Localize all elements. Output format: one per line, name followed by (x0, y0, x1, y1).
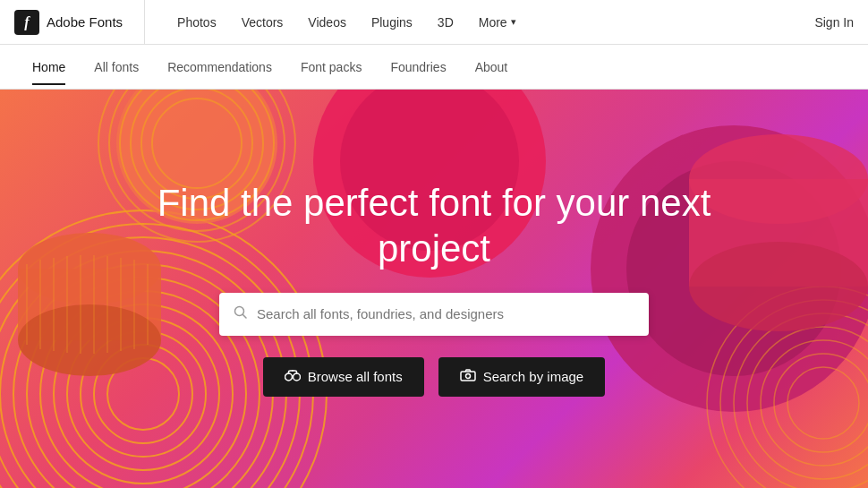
subnav-all-fonts[interactable]: All fonts (83, 51, 149, 83)
nav-plugins[interactable]: Plugins (361, 8, 423, 37)
nav-vectors[interactable]: Vectors (231, 8, 294, 37)
adobe-fonts-icon: f (14, 10, 39, 35)
nav-videos[interactable]: Videos (297, 8, 357, 37)
svg-point-49 (293, 373, 300, 381)
svg-point-52 (465, 374, 470, 379)
subnav-home[interactable]: Home (21, 51, 76, 83)
brand-name: Adobe Fonts (47, 14, 123, 30)
brand-logo[interactable]: f Adobe Fonts (14, 0, 145, 44)
nav-3d[interactable]: 3D (427, 8, 464, 37)
binoculars-icon (285, 369, 301, 384)
sub-navigation: Home All fonts Recommendations Font pack… (0, 45, 868, 90)
hero-buttons: Browse all fonts Search by image (263, 357, 605, 397)
search-bar[interactable] (219, 293, 649, 336)
hero-title: Find the perfect font for your next proj… (157, 181, 711, 271)
subnav-foundries[interactable]: Foundries (379, 51, 456, 83)
nav-photos[interactable]: Photos (166, 8, 227, 37)
svg-point-48 (285, 373, 292, 381)
search-icon (234, 305, 248, 323)
chevron-down-icon: ▾ (511, 16, 516, 28)
top-nav-links: Photos Vectors Videos Plugins 3D More ▾ (166, 8, 814, 37)
subnav-recommendations[interactable]: Recommendations (157, 51, 283, 83)
svg-rect-51 (461, 372, 475, 381)
subnav-about[interactable]: About (464, 51, 519, 83)
search-input[interactable] (257, 306, 634, 321)
hero-section: Find the perfect font for your next proj… (0, 90, 868, 488)
search-by-image-button[interactable]: Search by image (438, 357, 606, 397)
hero-content: Find the perfect font for your next proj… (139, 181, 729, 397)
browse-all-fonts-button[interactable]: Browse all fonts (263, 357, 424, 397)
svg-line-47 (243, 314, 247, 318)
nav-more[interactable]: More ▾ (468, 8, 527, 37)
top-navigation: f Adobe Fonts Photos Vectors Videos Plug… (0, 0, 868, 45)
subnav-font-packs[interactable]: Font packs (290, 51, 372, 83)
search-by-image-label: Search by image (483, 369, 584, 384)
camera-icon (460, 369, 476, 384)
sign-in-link[interactable]: Sign In (814, 15, 854, 30)
browse-all-fonts-label: Browse all fonts (308, 369, 403, 384)
